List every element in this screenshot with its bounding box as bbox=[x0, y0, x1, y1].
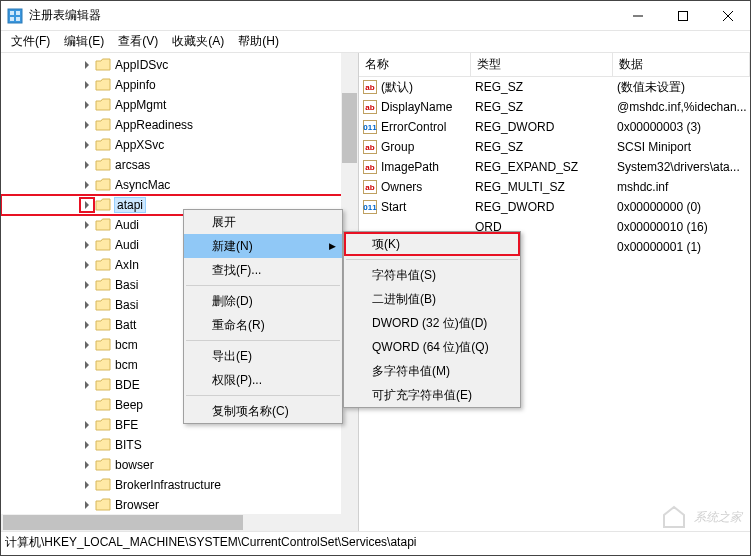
app-icon bbox=[7, 8, 23, 24]
expander-icon[interactable] bbox=[81, 479, 93, 491]
expander-icon[interactable] bbox=[81, 199, 93, 211]
menu-help[interactable]: 帮助(H) bbox=[232, 31, 285, 52]
expander-icon[interactable] bbox=[81, 259, 93, 271]
tree-scrollbar-horizontal[interactable] bbox=[1, 514, 358, 531]
tree-node[interactable]: AppReadiness bbox=[1, 115, 358, 135]
tree-node-label: Basi bbox=[115, 278, 138, 292]
folder-icon bbox=[95, 358, 111, 372]
tree-node[interactable]: arcsas bbox=[1, 155, 358, 175]
svg-rect-3 bbox=[10, 17, 14, 21]
string-value-icon: ab bbox=[363, 160, 377, 174]
expander-icon[interactable] bbox=[81, 279, 93, 291]
column-type[interactable]: 类型 bbox=[471, 53, 613, 76]
folder-icon bbox=[95, 138, 111, 152]
tree-node-label: Batt bbox=[115, 318, 136, 332]
ctx-new-multistring[interactable]: 多字符串值(M) bbox=[344, 359, 520, 383]
binary-value-icon: 011 bbox=[363, 120, 377, 134]
tree-node-label: Appinfo bbox=[115, 78, 156, 92]
expander-icon[interactable] bbox=[81, 419, 93, 431]
tree-node-label: AppMgmt bbox=[115, 98, 166, 112]
list-row[interactable]: abOwnersREG_MULTI_SZmshdc.inf bbox=[359, 177, 750, 197]
list-row[interactable]: abDisplayNameREG_SZ@mshdc.inf,%idechan..… bbox=[359, 97, 750, 117]
folder-icon bbox=[95, 498, 111, 512]
tree-node[interactable]: AppMgmt bbox=[1, 95, 358, 115]
folder-icon bbox=[95, 398, 111, 412]
tree-node-label: Audi bbox=[115, 238, 139, 252]
tree-node[interactable]: AsyncMac bbox=[1, 175, 358, 195]
tree-node[interactable]: Appinfo bbox=[1, 75, 358, 95]
string-value-icon: ab bbox=[363, 100, 377, 114]
menu-edit[interactable]: 编辑(E) bbox=[58, 31, 110, 52]
tree-node[interactable]: BrokerInfrastructure bbox=[1, 475, 358, 495]
ctx-new-string[interactable]: 字符串值(S) bbox=[344, 263, 520, 287]
expander-icon[interactable] bbox=[81, 299, 93, 311]
ctx-new-binary[interactable]: 二进制值(B) bbox=[344, 287, 520, 311]
ctx-new[interactable]: 新建(N)▶ bbox=[184, 234, 342, 258]
expander-icon[interactable] bbox=[81, 219, 93, 231]
expander-icon[interactable] bbox=[81, 339, 93, 351]
expander-icon[interactable] bbox=[81, 459, 93, 471]
menu-file[interactable]: 文件(F) bbox=[5, 31, 56, 52]
expander-icon[interactable] bbox=[81, 359, 93, 371]
folder-icon bbox=[95, 318, 111, 332]
ctx-expand[interactable]: 展开 bbox=[184, 210, 342, 234]
value-type: REG_MULTI_SZ bbox=[471, 180, 613, 194]
context-separator bbox=[346, 259, 518, 260]
expander-icon[interactable] bbox=[81, 239, 93, 251]
list-row[interactable]: abGroupREG_SZSCSI Miniport bbox=[359, 137, 750, 157]
close-button[interactable] bbox=[705, 1, 750, 31]
folder-icon bbox=[95, 478, 111, 492]
folder-icon bbox=[95, 178, 111, 192]
tree-node[interactable]: BITS bbox=[1, 435, 358, 455]
folder-icon bbox=[95, 298, 111, 312]
value-name: (默认) bbox=[381, 79, 413, 96]
ctx-new-key[interactable]: 项(K) bbox=[344, 232, 520, 256]
list-row[interactable]: ab(默认)REG_SZ(数值未设置) bbox=[359, 77, 750, 97]
column-data[interactable]: 数据 bbox=[613, 53, 750, 76]
ctx-permissions[interactable]: 权限(P)... bbox=[184, 368, 342, 392]
ctx-copykey[interactable]: 复制项名称(C) bbox=[184, 399, 342, 423]
folder-icon bbox=[95, 78, 111, 92]
expander-icon[interactable] bbox=[81, 159, 93, 171]
ctx-export[interactable]: 导出(E) bbox=[184, 344, 342, 368]
list-row[interactable]: 011StartREG_DWORD0x00000000 (0) bbox=[359, 197, 750, 217]
expander-icon[interactable] bbox=[81, 119, 93, 131]
value-data: 0x00000001 (1) bbox=[613, 240, 750, 254]
tree-node[interactable]: Browser bbox=[1, 495, 358, 515]
tree-node[interactable]: AppXSvc bbox=[1, 135, 358, 155]
expander-icon[interactable] bbox=[81, 379, 93, 391]
expander-icon[interactable] bbox=[81, 79, 93, 91]
menu-view[interactable]: 查看(V) bbox=[112, 31, 164, 52]
tree-node[interactable]: AppIDSvc bbox=[1, 55, 358, 75]
expander-icon[interactable] bbox=[81, 439, 93, 451]
expander-icon[interactable] bbox=[81, 499, 93, 511]
tree-node[interactable]: bowser bbox=[1, 455, 358, 475]
folder-icon bbox=[95, 258, 111, 272]
ctx-rename[interactable]: 重命名(R) bbox=[184, 313, 342, 337]
column-name[interactable]: 名称 bbox=[359, 53, 471, 76]
value-name: ErrorControl bbox=[381, 120, 446, 134]
ctx-find[interactable]: 查找(F)... bbox=[184, 258, 342, 282]
maximize-button[interactable] bbox=[660, 1, 705, 31]
value-data: SCSI Miniport bbox=[613, 140, 750, 154]
ctx-delete[interactable]: 删除(D) bbox=[184, 289, 342, 313]
expander-icon[interactable] bbox=[81, 319, 93, 331]
menu-favorites[interactable]: 收藏夹(A) bbox=[166, 31, 230, 52]
expander-icon[interactable] bbox=[81, 59, 93, 71]
list-row[interactable]: abImagePathREG_EXPAND_SZSystem32\drivers… bbox=[359, 157, 750, 177]
value-name: ImagePath bbox=[381, 160, 439, 174]
ctx-new-dword[interactable]: DWORD (32 位)值(D) bbox=[344, 311, 520, 335]
svg-rect-4 bbox=[16, 17, 20, 21]
context-separator bbox=[186, 340, 340, 341]
minimize-button[interactable] bbox=[615, 1, 660, 31]
tree-node-label: AppIDSvc bbox=[115, 58, 168, 72]
tree-node-label: arcsas bbox=[115, 158, 150, 172]
ctx-new-expandstring[interactable]: 可扩充字符串值(E) bbox=[344, 383, 520, 407]
expander-icon[interactable] bbox=[81, 179, 93, 191]
expander-icon[interactable] bbox=[81, 139, 93, 151]
ctx-new-qword[interactable]: QWORD (64 位)值(Q) bbox=[344, 335, 520, 359]
expander-icon[interactable] bbox=[81, 99, 93, 111]
value-type: REG_DWORD bbox=[471, 120, 613, 134]
list-row[interactable]: 011ErrorControlREG_DWORD0x00000003 (3) bbox=[359, 117, 750, 137]
status-path: 计算机\HKEY_LOCAL_MACHINE\SYSTEM\CurrentCon… bbox=[5, 534, 416, 551]
